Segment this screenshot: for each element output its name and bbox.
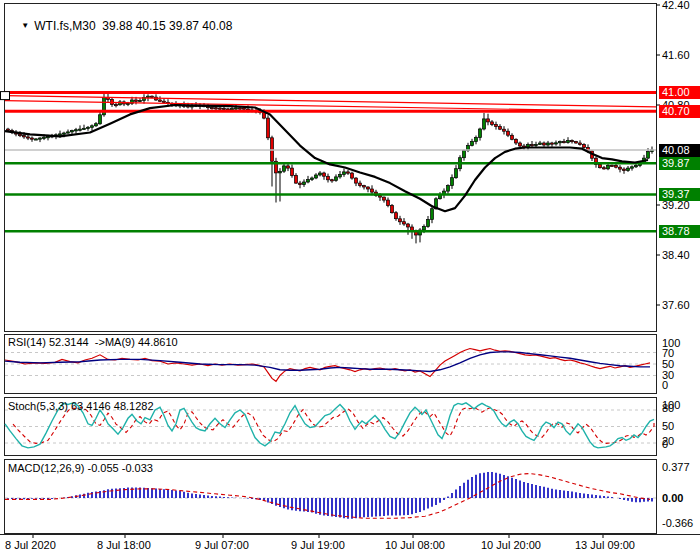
candle-up <box>431 209 434 220</box>
trading-chart-window: ▼WTI.fs,M30 39.88 40.15 39.87 40.08 RSI(… <box>0 0 700 560</box>
candle-up <box>647 152 650 159</box>
level-price-badge: 40.70 <box>659 105 700 118</box>
candle-up <box>147 96 150 97</box>
symbol-dropdown-icon[interactable]: ▼ <box>21 21 29 30</box>
candle-up <box>451 178 454 186</box>
ohlc-readout: 39.88 40.15 39.87 40.08 <box>102 19 232 33</box>
candle-up <box>335 177 338 181</box>
candle-down <box>327 176 330 180</box>
candle-up <box>455 169 458 178</box>
candle-down <box>211 108 214 109</box>
candle-up <box>127 103 130 104</box>
candle-down <box>487 119 490 122</box>
candle-down <box>515 139 518 143</box>
candle-up <box>567 141 570 143</box>
time-axis-label: 10 Jul 20:00 <box>481 539 541 551</box>
candle-up <box>83 128 86 129</box>
candle-up <box>559 142 562 143</box>
level-price-badge: 38.78 <box>659 225 700 238</box>
candle-down <box>563 142 566 143</box>
candle-down <box>571 141 574 142</box>
candle-down <box>383 197 386 200</box>
candle-up <box>67 132 70 133</box>
candle-down <box>503 129 506 131</box>
candle-up <box>59 134 62 135</box>
candle-down <box>347 172 350 173</box>
time-axis-label: 9 Jul 07:00 <box>195 539 249 551</box>
candle-up <box>95 124 98 126</box>
candle-down <box>359 183 362 186</box>
panel-frame-0 <box>5 4 657 332</box>
candle-down <box>623 169 626 171</box>
candle-up <box>343 172 346 175</box>
candle-up <box>447 186 450 192</box>
candle-up <box>627 168 630 171</box>
candle-down <box>27 137 30 138</box>
candle-up <box>631 167 634 168</box>
candle-up <box>75 130 78 131</box>
price-tick-label: 41.60 <box>662 49 690 61</box>
candle-up <box>279 171 282 173</box>
candle-down <box>507 131 510 135</box>
time-axis-label: 8 Jul 2020 <box>5 539 56 551</box>
candle-up <box>79 129 82 130</box>
level-price-badge: 41.00 <box>659 86 700 99</box>
candle-down <box>615 166 618 168</box>
candle-up <box>91 126 94 128</box>
candle-down <box>583 145 586 148</box>
candle-down <box>151 96 154 97</box>
candle-down <box>499 127 502 130</box>
candle-down <box>215 108 218 109</box>
candle-down <box>23 136 26 137</box>
candle-down <box>163 101 166 102</box>
candle-down <box>599 165 602 168</box>
candle-down <box>291 168 294 176</box>
time-axis-label: 10 Jul 08:00 <box>385 539 445 551</box>
candle-down <box>355 178 358 183</box>
candle-down <box>371 189 374 192</box>
indicator-tick-label: 80 <box>662 402 674 414</box>
candle-down <box>407 224 410 227</box>
candle-up <box>139 100 142 101</box>
candle-up <box>71 131 74 132</box>
candle-down <box>243 108 246 109</box>
current-price-badge: 40.08 <box>659 144 700 157</box>
candle-down <box>287 166 290 168</box>
time-axis-label: 9 Jul 19:00 <box>291 539 345 551</box>
candle-up <box>539 143 542 144</box>
candle-down <box>619 167 622 169</box>
candle-down <box>7 129 10 130</box>
candle-down <box>551 143 554 144</box>
candle-up <box>319 173 322 175</box>
indicator-tick-label: -0.366 <box>662 517 693 529</box>
candle-down <box>31 138 34 139</box>
candle-down <box>519 143 522 146</box>
candle-down <box>391 206 394 213</box>
candle-down <box>579 143 582 145</box>
candle-down <box>363 186 366 187</box>
candle-down <box>267 118 270 138</box>
candle-up <box>463 151 466 158</box>
candle-up <box>315 175 318 178</box>
indicator-tick-label: 0.377 <box>662 461 690 473</box>
candle-up <box>607 165 610 169</box>
candle-down <box>115 105 118 106</box>
candle-down <box>531 145 534 146</box>
indicator-tick-label: 0 <box>662 438 668 450</box>
candle-down <box>239 108 242 109</box>
candle-down <box>219 108 222 109</box>
candle-down <box>399 219 402 222</box>
chart-canvas[interactable] <box>0 0 700 560</box>
candle-up <box>635 166 638 167</box>
candle-up <box>471 142 474 146</box>
candle-up <box>311 178 314 180</box>
trendline-handle[interactable] <box>1 92 10 100</box>
candle-down <box>295 176 298 184</box>
stoch-panel-label: Stoch(5,3,3) 63.4146 48.1282 <box>8 400 154 413</box>
candle-up <box>235 108 238 109</box>
candle-down <box>403 222 406 224</box>
candle-up <box>39 138 42 139</box>
candle-up <box>307 180 310 183</box>
candle-up <box>35 139 38 140</box>
candle-down <box>495 125 498 127</box>
